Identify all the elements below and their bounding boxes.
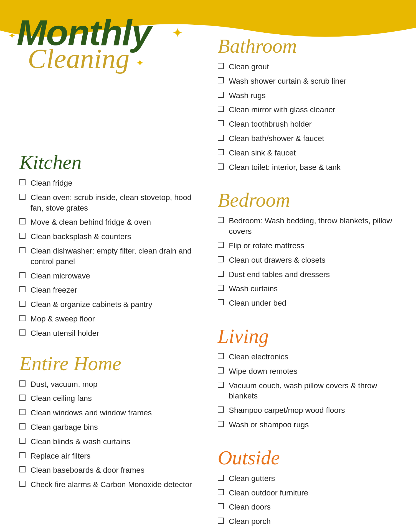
checkbox[interactable] <box>218 242 224 248</box>
living-checklist: Clean electronics Wipe down remotes Vacu… <box>218 352 397 430</box>
item-text: Clean electronics <box>229 352 288 362</box>
list-item: Clean & organize cabinets & pantry <box>19 299 198 310</box>
checkbox[interactable] <box>218 135 224 141</box>
checkbox[interactable] <box>19 247 26 253</box>
entire-home-section: Entire Home Dust, vacuum, mop Clean ceil… <box>19 354 198 494</box>
living-section: Living Clean electronics Wipe down remot… <box>218 326 397 434</box>
item-text: Clean blinds & wash curtains <box>31 436 130 447</box>
item-text: Wipe down remotes <box>229 366 297 377</box>
item-text: Clean doors <box>229 502 271 512</box>
checkbox[interactable] <box>19 179 26 185</box>
kitchen-checklist: Clean fridge Clean oven: scrub inside, c… <box>19 178 198 339</box>
list-item: Clean garbage bins <box>19 422 198 433</box>
checkbox[interactable] <box>218 106 224 112</box>
checkbox[interactable] <box>19 315 26 321</box>
checkbox[interactable] <box>19 395 26 401</box>
checkbox[interactable] <box>218 353 224 359</box>
list-item: Clean under bed <box>218 298 397 308</box>
checkbox[interactable] <box>218 92 224 98</box>
item-text: Clean mirror with glass cleaner <box>229 104 335 115</box>
list-item: Clean fridge <box>19 178 198 188</box>
list-item: Clean electronics <box>218 352 397 362</box>
checkbox[interactable] <box>19 233 26 239</box>
list-item: Clean bath/shower & faucet <box>218 133 397 144</box>
checkbox[interactable] <box>218 299 224 305</box>
checkbox[interactable] <box>218 475 224 481</box>
checkbox[interactable] <box>218 285 224 291</box>
checkbox[interactable] <box>218 382 224 388</box>
checkbox[interactable] <box>19 423 26 429</box>
checkbox[interactable] <box>218 149 224 155</box>
item-text: Clean & organize cabinets & pantry <box>31 299 152 310</box>
item-text: Clean under bed <box>229 298 286 308</box>
list-item: Clean grout <box>218 62 397 72</box>
item-text: Clean utensil holder <box>31 328 99 339</box>
checkbox[interactable] <box>19 466 26 472</box>
item-text: Clean fridge <box>31 178 72 188</box>
checkbox[interactable] <box>218 503 224 509</box>
item-text: Clean gutters <box>229 473 275 484</box>
list-item: Wipe down remotes <box>218 366 397 377</box>
checkbox[interactable] <box>218 256 224 262</box>
list-item: Dust, vacuum, mop <box>19 379 198 390</box>
checkbox[interactable] <box>19 194 26 200</box>
checkbox[interactable] <box>19 329 26 336</box>
list-item: Pressure wash outdoor surfaces <box>218 531 397 532</box>
item-text: Wash or shampoo rugs <box>229 420 309 430</box>
list-item: Replace air filters <box>19 451 198 461</box>
checkbox[interactable] <box>19 286 26 292</box>
checkbox[interactable] <box>218 163 224 170</box>
checkbox[interactable] <box>218 518 224 524</box>
item-text: Vacuum couch, wash pillow covers & throw… <box>229 380 397 401</box>
list-item: Shampoo carpet/mop wood floors <box>218 405 397 416</box>
checkbox[interactable] <box>218 217 224 223</box>
outside-heading: Outside <box>218 448 397 468</box>
list-item: Flip or rotate mattress <box>218 241 397 251</box>
item-text: Wash shower curtain & scrub liner <box>229 76 346 86</box>
item-text: Move & clean behind fridge & oven <box>31 217 151 227</box>
bathroom-checklist: Clean grout Wash shower curtain & scrub … <box>218 62 397 172</box>
checkbox[interactable] <box>19 452 26 458</box>
list-item: Clean windows and window frames <box>19 408 198 418</box>
list-item: Wash shower curtain & scrub liner <box>218 76 397 86</box>
list-item: Clean toilet: interior, base & tank <box>218 162 397 173</box>
left-column: Kitchen Clean fridge Clean oven: scrub i… <box>19 36 198 532</box>
checkbox[interactable] <box>218 367 224 374</box>
list-item: Clean backsplash & counters <box>19 231 198 242</box>
item-text: Clean microwave <box>31 271 90 281</box>
list-item: Wash curtains <box>218 283 397 294</box>
checkbox[interactable] <box>19 301 26 307</box>
checkbox[interactable] <box>19 438 26 444</box>
item-text: Dust, vacuum, mop <box>31 379 97 390</box>
list-item: Clean oven: scrub inside, clean stovetop… <box>19 192 198 213</box>
item-text: Clean bath/shower & faucet <box>229 133 324 144</box>
checkbox[interactable] <box>19 481 26 487</box>
bedroom-section: Bedroom Bedroom: Wash bedding, throw bla… <box>218 190 397 312</box>
checkbox[interactable] <box>218 406 224 413</box>
right-column: Bathroom Clean grout Wash shower curtain… <box>218 36 397 532</box>
checkbox[interactable] <box>19 218 26 224</box>
item-text: Clean porch <box>229 516 271 527</box>
bathroom-section: Bathroom Clean grout Wash shower curtain… <box>218 36 397 176</box>
item-text: Wash rugs <box>229 90 266 101</box>
item-text: Clean toilet: interior, base & tank <box>229 162 341 173</box>
checkbox[interactable] <box>19 409 26 415</box>
list-item: Wash or shampoo rugs <box>218 420 397 430</box>
checkbox[interactable] <box>19 272 26 278</box>
item-text: Clean windows and window frames <box>31 408 152 418</box>
bathroom-heading: Bathroom <box>218 36 397 56</box>
checkbox[interactable] <box>218 120 224 126</box>
item-text: Clean sink & faucet <box>229 148 296 158</box>
list-item: Clean gutters <box>218 473 397 484</box>
list-item: Clean doors <box>218 502 397 512</box>
checkbox[interactable] <box>218 271 224 277</box>
item-text: Pressure wash outdoor surfaces <box>229 531 340 532</box>
item-text: Clean baseboards & door frames <box>31 465 144 475</box>
checkbox[interactable] <box>218 63 224 69</box>
checkbox[interactable] <box>19 380 26 387</box>
checkbox[interactable] <box>218 489 224 495</box>
item-text: Clean oven: scrub inside, clean stovetop… <box>31 192 198 213</box>
bedroom-heading: Bedroom <box>218 190 397 210</box>
checkbox[interactable] <box>218 421 224 427</box>
checkbox[interactable] <box>218 77 224 83</box>
